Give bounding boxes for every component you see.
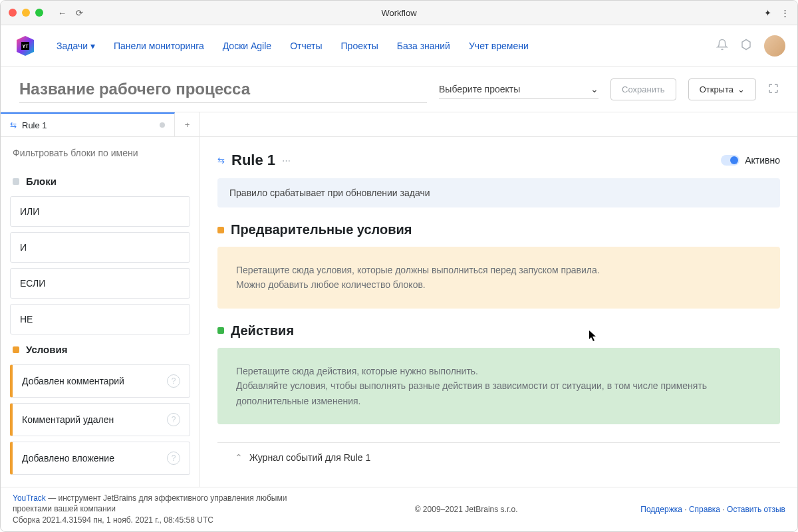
- square-icon: [217, 327, 224, 334]
- event-log-toggle[interactable]: ⌃ Журнал событий для Rule 1: [217, 442, 780, 472]
- help-icon[interactable]: ?: [167, 452, 180, 465]
- minimize-icon[interactable]: [22, 9, 30, 17]
- rule-icon: ⇆: [10, 120, 17, 130]
- build-info: Сборка 2021.4.31594 пн, 1 нояб. 2021 г.,…: [13, 515, 292, 526]
- nav-projects[interactable]: Проекты: [341, 41, 378, 51]
- toolbar: Выберите проекты ⌄ Сохранить Открыта⌄: [1, 66, 797, 112]
- tab-label: Rule 1: [22, 120, 154, 130]
- settings-icon[interactable]: [740, 39, 752, 53]
- actions-dropzone[interactable]: Перетащите сюда действия, которые нужно …: [217, 348, 780, 424]
- window-controls: [9, 9, 43, 17]
- main-editor: ⇆ Rule 1 ⋯ Активно Правило срабатывает п…: [200, 137, 797, 487]
- chevron-up-icon: ⌃: [235, 452, 243, 463]
- square-icon: [217, 227, 224, 233]
- nav-dashboards[interactable]: Панели мониторинга: [114, 41, 204, 51]
- project-select[interactable]: Выберите проекты ⌄: [439, 80, 598, 99]
- support-link[interactable]: Поддержка: [640, 505, 682, 514]
- active-toggle[interactable]: [721, 155, 739, 166]
- trigger-description[interactable]: Правило срабатывает при обновлении задач…: [217, 178, 780, 207]
- reload-icon[interactable]: ⟳: [76, 8, 83, 18]
- square-icon: [13, 346, 19, 353]
- titlebar: ← ⟳ Workflow ✦ ⋮: [1, 1, 797, 25]
- menu-icon[interactable]: ⋮: [781, 8, 789, 18]
- block-and[interactable]: И: [10, 232, 190, 263]
- section-preconditions: Предварительные условия: [217, 222, 780, 237]
- nav-agile[interactable]: Доски Agile: [223, 41, 271, 51]
- block-or[interactable]: ИЛИ: [10, 196, 190, 227]
- unsaved-indicator-icon: [160, 122, 165, 128]
- product-link[interactable]: YouTrack: [13, 493, 46, 503]
- zoom-icon[interactable]: [35, 9, 43, 17]
- svg-text:YT: YT: [23, 44, 29, 49]
- footer: YouTrack — инструмент JetBrains для эффе…: [1, 487, 797, 531]
- block-if[interactable]: ЕСЛИ: [10, 268, 190, 299]
- tab-rule-1[interactable]: ⇆ Rule 1: [1, 112, 175, 136]
- filter-input[interactable]: [1, 137, 200, 169]
- condition-comment-removed[interactable]: Комментарий удален?: [10, 403, 190, 436]
- sidebar: Блоки ИЛИ И ЕСЛИ НЕ Условия Добавлен ком…: [1, 137, 200, 487]
- status-button[interactable]: Открыта⌄: [688, 78, 756, 100]
- back-icon[interactable]: ←: [58, 8, 66, 18]
- group-blocks: Блоки: [1, 169, 200, 194]
- active-label: Активно: [745, 155, 780, 166]
- topnav: YT Задачи▾ Панели мониторинга Доски Agil…: [1, 25, 797, 66]
- notifications-icon[interactable]: [716, 39, 728, 53]
- close-icon[interactable]: [9, 9, 17, 17]
- help-icon[interactable]: ?: [167, 413, 180, 426]
- condition-attachment-added[interactable]: Добавлено вложение?: [10, 442, 190, 475]
- tabbar: ⇆ Rule 1 +: [1, 112, 797, 137]
- nav-kb[interactable]: База знаний: [397, 41, 450, 51]
- chevron-down-icon: ▾: [90, 41, 95, 51]
- rule-icon: ⇆: [217, 156, 225, 166]
- avatar[interactable]: [764, 35, 785, 57]
- section-actions: Действия: [217, 323, 780, 338]
- block-not[interactable]: НЕ: [10, 304, 190, 334]
- feedback-link[interactable]: Оставить отзыв: [727, 505, 785, 514]
- nav-issues[interactable]: Задачи▾: [57, 41, 95, 51]
- group-conditions: Условия: [1, 337, 200, 362]
- add-tab-button[interactable]: +: [175, 112, 200, 136]
- workflow-title-input[interactable]: [19, 76, 427, 103]
- save-button[interactable]: Сохранить: [610, 78, 676, 100]
- help-link[interactable]: Справка: [689, 505, 720, 514]
- copyright: © 2009–2021 JetBrains s.r.o.: [415, 505, 518, 514]
- window-title: Workflow: [381, 8, 416, 18]
- square-icon: [13, 178, 19, 185]
- svg-marker-2: [742, 40, 750, 50]
- rule-title[interactable]: Rule 1: [231, 152, 275, 169]
- nav-reports[interactable]: Отчеты: [290, 41, 322, 51]
- nav-timetracking[interactable]: Учет времени: [469, 41, 529, 51]
- preconditions-dropzone[interactable]: Перетащите сюда условия, которые должны …: [217, 247, 780, 309]
- more-icon[interactable]: ⋯: [282, 156, 291, 166]
- fullscreen-icon[interactable]: [768, 83, 779, 96]
- condition-comment-added[interactable]: Добавлен комментарий?: [10, 364, 190, 398]
- help-icon[interactable]: ?: [167, 374, 180, 388]
- extension-icon[interactable]: ✦: [764, 8, 771, 18]
- app-logo[interactable]: YT: [13, 33, 38, 59]
- chevron-down-icon: ⌄: [737, 84, 745, 94]
- chevron-down-icon: ⌄: [591, 84, 598, 94]
